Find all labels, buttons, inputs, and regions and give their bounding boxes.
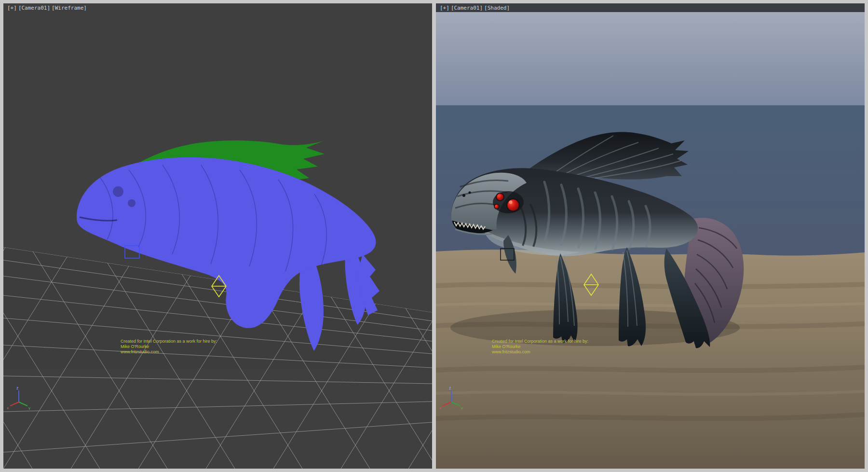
watermark-line1: Created for Intel Corporation as a work … — [121, 339, 217, 344]
y-axis-label: y — [461, 406, 463, 410]
viewport-wireframe[interactable]: [+] [Camera01] [Wireframe] Created for I… — [3, 3, 432, 469]
watermark-line3: www.fritzstudio.com — [121, 349, 217, 355]
viewport-general-menu[interactable]: [+] — [7, 5, 17, 11]
shaded-scene[interactable] — [436, 3, 865, 469]
x-axis-icon — [443, 402, 451, 406]
viewport-label: [+] [Camera01] [Wireframe] — [7, 5, 87, 11]
watermark-text: Created for Intel Corporation as a work … — [121, 339, 217, 355]
eye-spot — [113, 186, 123, 197]
viewport-shading-menu[interactable]: [Shaded] — [484, 5, 510, 11]
viewport-pov-menu[interactable]: [Camera01] — [451, 5, 483, 11]
viewport-label: [+] [Camera01] [Shaded] — [440, 5, 510, 11]
viewport-layout: [+] [Camera01] [Wireframe] Created for I… — [0, 0, 868, 472]
watermark-line1: Created for Intel Corporation as a work … — [492, 339, 588, 344]
viewport-shading-menu[interactable]: [Wireframe] — [52, 5, 87, 11]
eye-highlight — [509, 201, 513, 204]
nostril — [462, 194, 465, 197]
viewport-pov-menu[interactable]: [Camera01] — [18, 5, 50, 11]
eye — [496, 193, 504, 201]
x-axis-label: x — [439, 406, 441, 410]
watermark-line2: Mike O'Rourke — [492, 344, 588, 349]
eye-spot — [128, 199, 136, 207]
world-axis-gizmo: z x y — [6, 384, 32, 410]
watermark-text: Created for Intel Corporation as a work … — [492, 339, 588, 355]
world-axis-gizmo: z x y — [439, 384, 465, 410]
y-axis-icon — [19, 402, 27, 406]
watermark-line3: www.fritzstudio.com — [492, 349, 588, 355]
z-axis-label: z — [449, 386, 451, 390]
y-axis-icon — [451, 402, 460, 406]
z-axis-label: z — [16, 386, 19, 390]
x-axis-icon — [10, 402, 19, 406]
viewport-splitter[interactable] — [432, 0, 436, 472]
sky — [436, 12, 865, 106]
viewport-shaded[interactable]: [+] [Camera01] [Shaded] Created for Inte… — [436, 3, 865, 469]
wireframe-scene[interactable] — [3, 3, 432, 469]
eye — [494, 204, 499, 209]
watermark-line2: Mike O'Rourke — [121, 344, 217, 349]
x-axis-label: x — [7, 406, 9, 410]
viewport-general-menu[interactable]: [+] — [440, 5, 449, 11]
fish-body[interactable] — [77, 157, 376, 328]
nostril — [469, 192, 471, 194]
eye — [507, 199, 519, 211]
y-axis-label: y — [28, 406, 30, 410]
